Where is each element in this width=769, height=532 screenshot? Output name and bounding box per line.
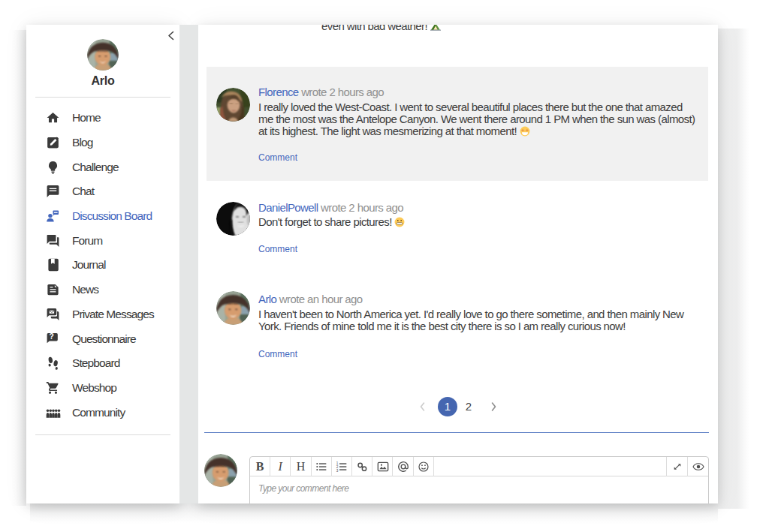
svg-text:?: ?: [50, 332, 54, 341]
svg-text:3: 3: [336, 469, 339, 473]
